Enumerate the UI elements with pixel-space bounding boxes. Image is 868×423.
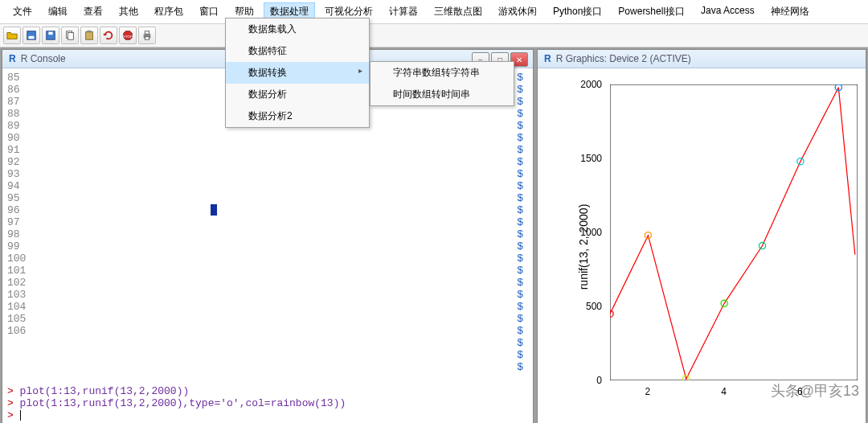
- refresh-icon[interactable]: [100, 27, 117, 44]
- menu-item-13[interactable]: Powershell接口: [612, 2, 691, 21]
- graphics-body: runif(13, 2, 2000) 0500100015002000 246 …: [538, 68, 866, 423]
- copy-icon[interactable]: [61, 27, 79, 44]
- menu-item-10[interactable]: 三维散点图: [428, 2, 489, 21]
- menu-item-14[interactable]: Java Access: [694, 2, 761, 21]
- menu-item-9[interactable]: 计算器: [383, 2, 424, 21]
- r-logo-icon: R: [9, 53, 16, 64]
- graphics-title-text: R Graphics: Device 2 (ACTIVE): [556, 53, 691, 64]
- menu-item-12[interactable]: Python接口: [547, 2, 608, 21]
- y-tick-label: 1500: [573, 153, 602, 164]
- dropdown-item[interactable]: 数据集载入: [226, 18, 369, 40]
- dropdown-data-processing: 数据集载入数据特征数据转换数据分析数据分析2: [225, 18, 370, 128]
- svg-rect-6: [86, 32, 93, 40]
- console-title-text: R Console: [21, 53, 66, 64]
- menu-item-2[interactable]: 查看: [77, 2, 109, 21]
- print-icon[interactable]: [138, 27, 156, 44]
- chart-svg: [610, 84, 858, 380]
- console-right-gutter: $$$$$$$$$$$$$$$$$$$$$$$$$: [517, 72, 528, 421]
- menu-item-5[interactable]: 窗口: [193, 2, 225, 21]
- save-as-icon[interactable]: [23, 27, 40, 44]
- y-tick-label: 500: [573, 301, 602, 312]
- plot-area: [610, 84, 858, 380]
- svg-rect-3: [48, 32, 52, 35]
- save-icon[interactable]: [42, 27, 59, 44]
- svg-rect-7: [87, 31, 91, 33]
- svg-rect-1: [29, 36, 35, 39]
- console-commands: > plot(1:13,runif(13,2,2000))> plot(1:13…: [7, 385, 346, 421]
- menu-item-3[interactable]: 其他: [113, 2, 145, 21]
- menu-item-4[interactable]: 程序包: [148, 2, 190, 21]
- y-tick-label: 2000: [573, 79, 602, 90]
- watermark-text: 头条@甲亥13: [771, 381, 859, 400]
- x-tick-label: 2: [645, 386, 650, 397]
- dropdown-item[interactable]: 数据特征: [226, 40, 369, 62]
- dropdown-item[interactable]: 数据分析: [226, 84, 369, 105]
- toolbar: STOP: [0, 24, 868, 47]
- svg-text:STOP: STOP: [123, 35, 133, 39]
- dropdown-item[interactable]: 数据转换: [226, 62, 369, 84]
- svg-rect-12: [145, 37, 149, 40]
- menu-item-11[interactable]: 游戏休闲: [492, 2, 543, 21]
- menubar: 文件编辑查看其他程序包窗口帮助数据处理可视化分析计算器三维散点图游戏休闲Pyth…: [0, 0, 868, 24]
- dropdown-item[interactable]: 数据分析2: [226, 105, 369, 127]
- dropdown-item[interactable]: 时间数组转时间串: [371, 84, 514, 105]
- svg-rect-5: [68, 33, 73, 40]
- r-logo-icon: R: [544, 53, 551, 64]
- y-tick-label: 1000: [573, 227, 602, 238]
- text-cursor: [211, 204, 217, 216]
- menu-item-0[interactable]: 文件: [6, 2, 39, 21]
- y-axis-ticks: 0500100015002000: [570, 68, 602, 384]
- dropdown-data-transform: 字符串数组转字符串时间数组转时间串: [370, 61, 514, 106]
- menu-item-1[interactable]: 编辑: [42, 2, 74, 21]
- line-numbers: 8586878889909192939495969798991001011021…: [7, 72, 26, 421]
- menu-item-15[interactable]: 神经网络: [764, 2, 816, 21]
- svg-rect-11: [145, 31, 149, 35]
- graphics-panel: R R Graphics: Device 2 (ACTIVE) runif(13…: [537, 49, 866, 423]
- stop-icon[interactable]: STOP: [119, 27, 137, 44]
- open-icon[interactable]: [3, 27, 21, 44]
- y-tick-label: 0: [573, 375, 602, 386]
- dropdown-item[interactable]: 字符串数组转字符串: [371, 62, 514, 84]
- x-tick-label: 4: [721, 386, 727, 397]
- graphics-titlebar: R R Graphics: Device 2 (ACTIVE): [538, 50, 866, 68]
- paste-icon[interactable]: [80, 27, 98, 44]
